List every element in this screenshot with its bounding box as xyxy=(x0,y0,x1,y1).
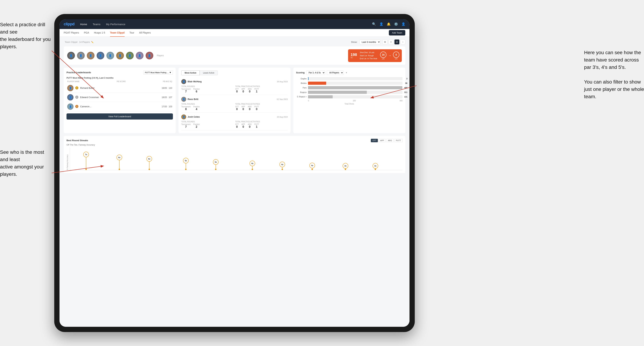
streak-dot-2 xyxy=(148,169,150,170)
nav-teams[interactable]: Teams xyxy=(93,23,100,26)
player-avatar-2[interactable]: 👤 xyxy=(77,52,85,59)
shot-dist: Shot Dist: 16 yds xyxy=(360,51,377,54)
streak-bubble-2: 6x xyxy=(146,156,152,162)
subnav-hcaps[interactable]: Hcaps 1-5 xyxy=(94,29,105,37)
people-icon[interactable]: 👤 xyxy=(380,22,383,26)
ap-avatar-2: 👤 xyxy=(181,97,186,102)
user-avatar-icon[interactable]: 👤 xyxy=(402,22,405,26)
streaks-btn-ott[interactable]: OTT xyxy=(371,139,378,142)
scoring-title: Scoring xyxy=(296,71,304,74)
streak-dot-9 xyxy=(375,169,376,170)
lb-avg-2: 107 xyxy=(169,96,172,99)
ap-avatar-3: 👤 xyxy=(181,114,186,119)
subnav-team-clippd[interactable]: Team Clippd xyxy=(110,29,124,37)
shot-yds-right: 0 xyxy=(393,51,399,58)
tab-least-active[interactable]: Least Active xyxy=(200,70,218,75)
show-label: Show: xyxy=(351,41,357,43)
streak-bubble-5: 4x xyxy=(250,161,255,166)
lb-desc: PUTT Must Make Putting (3-6 ft), Last 3 … xyxy=(66,77,173,79)
view-sort-icon[interactable]: ↕ xyxy=(400,39,405,44)
scoring-filter-par[interactable]: Par 3, 4 & 5s xyxy=(306,70,325,75)
subnav-pga[interactable]: PGA xyxy=(84,29,89,37)
lb-score-1: 19/20 xyxy=(162,87,167,89)
activity-tabs: Most Active Least Active xyxy=(181,70,288,75)
search-icon[interactable]: 🔍 xyxy=(372,22,376,26)
app-logo: clippd xyxy=(64,22,74,26)
ap-date-3: 26 Aug 2023 xyxy=(277,116,288,118)
view-full-leaderboard-button[interactable]: View Full Leaderboard xyxy=(66,113,173,120)
streak-dot-0 xyxy=(86,169,87,170)
streak-pin-9: 3x xyxy=(372,163,378,170)
streak-dot-7 xyxy=(312,169,313,170)
bar-fill-bogeys xyxy=(308,91,367,94)
edit-icon[interactable]: ✏️ xyxy=(91,41,94,43)
view-detail-icon[interactable]: ⊟ xyxy=(394,39,399,44)
streaks-btn-app[interactable]: APP xyxy=(378,139,386,142)
players-label: Players xyxy=(157,54,164,57)
lb-avatar-1: 👤 xyxy=(67,85,74,91)
nav-performance[interactable]: My Performance xyxy=(106,23,125,26)
lb-title: Practice Leaderboards xyxy=(66,71,91,74)
streak-line-1 xyxy=(119,160,120,169)
ap-stats-1: Total Rounds Tournament 7 Practice 6 xyxy=(181,85,288,93)
streak-pin-7: 4x xyxy=(310,163,315,170)
show-filter: Show: Last 3 months ⊞ ≡ ⊟ ↕ xyxy=(351,39,405,44)
scoring-panel: Scoring Par 3, 4 & 5s All Players ▼ Eagl… xyxy=(293,68,405,133)
lb-player-row-3[interactable]: 👤 3 Cameron... 17/20 103 xyxy=(66,102,173,111)
player-avatar-7[interactable]: 👤 xyxy=(126,52,134,59)
total-shots-label: Total Shots xyxy=(296,103,402,105)
streak-pin-5: 4x xyxy=(250,161,255,170)
streaks-buttons: OTT APP ARG PUTT xyxy=(371,139,402,142)
player-avatar-8[interactable]: 👤 xyxy=(136,52,144,59)
bar-fill-eagles xyxy=(308,77,308,80)
ap-practice-1: Total Practice Activities OTT 0 APP 0 xyxy=(235,85,288,93)
players-row: 👤 👤 👤 👤 👤 👤 👤 👤 👤 Players 198 SC xyxy=(64,46,405,65)
lb-panel-header: Practice Leaderboards PUTT Must Make Put… xyxy=(66,70,173,75)
view-grid-icon[interactable]: ⊞ xyxy=(382,39,388,44)
ap-header-2: 👤 Rees Britt 02 Sep 2023 xyxy=(181,97,288,102)
ap-putt-1: 1 xyxy=(254,90,259,93)
lb-player-row-1[interactable]: 👤 1 Richard Butler 19/20 110 xyxy=(66,84,173,93)
show-select[interactable]: Last 3 months xyxy=(360,40,380,44)
streak-pin-3: 5x xyxy=(183,158,189,170)
player-avatar-1[interactable]: 👤 xyxy=(67,52,75,59)
streak-bubble-0: 7x xyxy=(83,152,89,157)
lb-name-2: Edward Crossman xyxy=(80,96,160,99)
subnav-tour[interactable]: Tour xyxy=(130,29,134,37)
bar-dbogeys: D. Bogeys + 131 xyxy=(296,95,402,98)
add-team-button[interactable]: Add Team xyxy=(389,30,405,35)
subnav-pgat[interactable]: PGAT Players xyxy=(64,29,79,37)
ap-app-1: 0 xyxy=(242,90,245,93)
lb-player-row-2[interactable]: 👤 2 Edward Crossman 18/20 107 xyxy=(66,93,173,102)
ap-header-1: 👤 Blair McHarg 26 Aug 2023 xyxy=(181,79,288,84)
subnav-all-players[interactable]: All Players xyxy=(139,29,151,37)
chevron-down-icon: ▼ xyxy=(169,71,171,74)
streaks-chart: 7x 6x 6x 5x 5x 4x 4x 4x xyxy=(70,148,402,170)
ap-name-2: 👤 Rees Britt xyxy=(181,97,198,102)
team-title-area: Team Clippd 14 Players ✏️ xyxy=(64,40,94,43)
subnav: PGAT Players PGA Hcaps 1-5 Team Clippd T… xyxy=(60,29,410,37)
shot-yds-right-label: yds xyxy=(393,58,399,60)
ap-header-3: 👤 Josh Coles 26 Aug 2023 xyxy=(181,114,288,119)
scoring-filter-players[interactable]: All Players xyxy=(327,70,344,75)
nav-home[interactable]: Home xyxy=(80,23,87,26)
settings-icon[interactable]: ⚙️ xyxy=(394,22,398,26)
view-icons: ⊞ ≡ ⊟ ↕ xyxy=(382,39,405,44)
tab-most-active[interactable]: Most Active xyxy=(181,70,200,75)
streak-line-3 xyxy=(186,163,186,169)
streaks-btn-putt[interactable]: PUTT xyxy=(394,139,402,142)
bell-icon[interactable]: 🔔 xyxy=(387,22,390,26)
ap-name-1: 👤 Blair McHarg xyxy=(181,79,202,84)
lb-dropdown[interactable]: PUTT Must Make Putting ... ▼ xyxy=(143,70,173,75)
player-avatar-3[interactable]: 👤 xyxy=(87,52,94,59)
shot-unit: SC xyxy=(350,57,357,58)
player-avatar-5[interactable]: 👤 xyxy=(106,52,114,59)
chart-x-labels: 0 200 400 xyxy=(296,100,402,102)
navbar: clippd Home Teams My Performance 🔍 👤 🔔 ⚙… xyxy=(60,19,410,29)
streak-line-2 xyxy=(149,162,150,169)
view-list-icon[interactable]: ≡ xyxy=(388,39,394,44)
player-avatar-9[interactable]: 👤 xyxy=(146,52,153,59)
player-avatar-6[interactable]: 👤 xyxy=(116,52,124,59)
streaks-btn-arg[interactable]: ARG xyxy=(386,139,394,142)
player-avatar-4[interactable]: 👤 xyxy=(96,52,104,59)
